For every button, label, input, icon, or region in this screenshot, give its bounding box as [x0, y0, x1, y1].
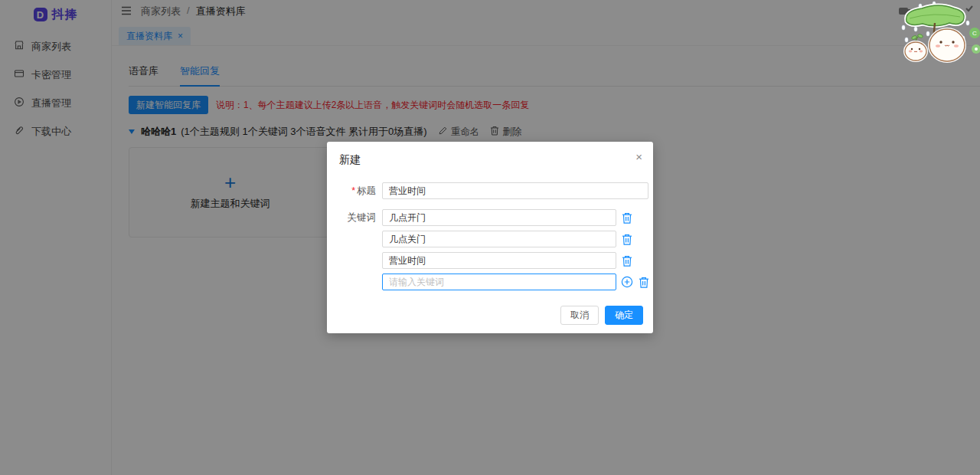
keyword-input-2[interactable] [382, 231, 616, 247]
keyword-input-3[interactable] [382, 252, 616, 269]
keyword-form-row [344, 252, 653, 269]
new-topic-modal: 新建 × *标题 关键词 [327, 142, 653, 333]
add-keyword-icon[interactable] [621, 276, 633, 288]
delete-keyword-icon[interactable] [638, 276, 650, 289]
cancel-button[interactable]: 取消 [560, 306, 599, 325]
title-form-row: *标题 [344, 182, 653, 199]
delete-keyword-icon[interactable] [621, 254, 633, 267]
modal-footer: 取消 确定 [327, 306, 653, 333]
modal-title: 新建 [339, 153, 361, 165]
keyword-input-1[interactable] [382, 209, 616, 226]
keyword-label: 关键词 [344, 211, 376, 224]
delete-keyword-icon[interactable] [621, 211, 633, 224]
close-icon[interactable]: × [635, 151, 642, 162]
confirm-button[interactable]: 确定 [605, 306, 643, 325]
title-label: *标题 [344, 185, 376, 198]
keyword-form-row: 关键词 [344, 209, 653, 226]
modal-body: *标题 关键词 [327, 167, 653, 295]
keyword-form-row [344, 231, 653, 247]
new-keyword-input[interactable] [382, 274, 616, 290]
required-mark: * [351, 185, 355, 196]
delete-keyword-icon[interactable] [621, 233, 633, 246]
keyword-form-row-new [344, 274, 653, 290]
modal-header: 新建 × [327, 142, 653, 167]
title-input[interactable] [382, 182, 648, 199]
